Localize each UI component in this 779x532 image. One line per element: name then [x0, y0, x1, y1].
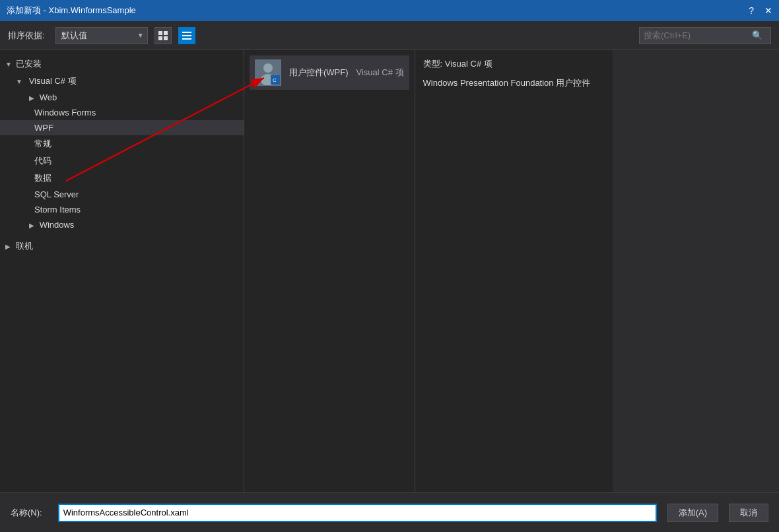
badge-icon: C: [272, 77, 279, 83]
info-description: Windows Presentation Foundation 用户控件: [423, 77, 605, 90]
svg-rect-5: [182, 35, 191, 36]
type-value: Visual C# 项: [445, 59, 492, 69]
svg-rect-3: [164, 36, 168, 40]
web-arrow: ▶: [29, 94, 34, 102]
general-label: 常规: [34, 139, 51, 149]
sidebar: ▼ 已安装 ▼ Visual C# 项 ▶ Web Windows Forms …: [0, 50, 244, 492]
sidebar-item-windows[interactable]: ▶ Windows: [0, 217, 244, 232]
sidebar-item-windowsforms[interactable]: Windows Forms: [0, 105, 244, 120]
grid-view-button[interactable]: [154, 27, 172, 44]
visualcsharp-label: Visual C# 项: [29, 76, 77, 86]
sidebar-section-online[interactable]: ▶ 联机: [0, 238, 244, 255]
sidebar-item-code[interactable]: 代码: [0, 152, 244, 170]
search-icon[interactable]: 🔍: [752, 30, 762, 40]
svg-rect-2: [158, 36, 162, 40]
windows-label: Windows: [40, 220, 75, 230]
search-box: 🔍: [639, 27, 771, 44]
svg-point-8: [263, 63, 273, 73]
main-area: ▼ 已安装 ▼ Visual C# 项 ▶ Web Windows Forms …: [0, 50, 779, 492]
windows-arrow: ▶: [29, 222, 34, 229]
wpf-badge: C: [271, 75, 280, 84]
sidebar-item-web[interactable]: ▶ Web: [0, 90, 244, 105]
svg-rect-1: [164, 31, 168, 35]
info-type-row: 类型: Visual C# 项: [423, 58, 605, 70]
list-icon: [182, 31, 191, 40]
search-input[interactable]: [644, 30, 749, 40]
info-panel: 类型: Visual C# 项 Windows Presentation Fou…: [415, 50, 613, 492]
svg-rect-6: [182, 38, 191, 40]
sidebar-item-general[interactable]: 常规: [0, 135, 244, 152]
windowsforms-label: Windows Forms: [34, 108, 96, 117]
grid-icon: [158, 31, 168, 40]
item-name-wpf: 用户控件(WPF): [289, 67, 349, 79]
sidebar-item-data[interactable]: 数据: [0, 170, 244, 187]
code-label: 代码: [34, 156, 51, 166]
web-label: Web: [40, 92, 57, 102]
installed-arrow: ▼: [5, 61, 13, 68]
item-list-panel: C 用户控件(WPF) Visual C# 项: [244, 50, 415, 492]
item-list: C 用户控件(WPF) Visual C# 项: [250, 55, 409, 90]
wpf-label: WPF: [34, 123, 53, 133]
dialog-title: 添加新项 - Xbim.WinformsSample: [7, 5, 136, 17]
item-icon-wpf: C: [255, 59, 281, 86]
item-wpf-usercontrol[interactable]: C 用户控件(WPF) Visual C# 项: [250, 55, 409, 90]
online-arrow: ▶: [5, 243, 13, 250]
list-view-button[interactable]: [178, 27, 195, 44]
visualcsharp-arrow: ▼: [16, 78, 24, 85]
bottom-bar: 名称(N): 添加(A) 取消: [0, 492, 779, 532]
svg-rect-0: [158, 31, 162, 35]
name-label: 名称(N):: [11, 507, 42, 519]
sidebar-item-stormitems[interactable]: Storm Items: [0, 202, 244, 217]
sort-label: 排序依据:: [8, 30, 45, 42]
svg-text:C: C: [273, 77, 277, 83]
sidebar-section-installed[interactable]: ▼ 已安装: [0, 55, 244, 73]
type-key: 类型:: [423, 59, 445, 69]
help-button[interactable]: ?: [749, 5, 754, 16]
toolbar: 排序依据: 默认值 名称 类型 ▼ 🔍: [0, 21, 779, 50]
sort-select[interactable]: 默认值 名称 类型: [55, 27, 148, 44]
sidebar-item-visualcsharp[interactable]: ▼ Visual C# 项: [0, 73, 244, 90]
add-button[interactable]: 添加(A): [667, 504, 718, 522]
sqlserver-label: SQL Server: [34, 189, 79, 199]
sidebar-item-wpf[interactable]: WPF: [0, 120, 244, 135]
sidebar-item-sqlserver[interactable]: SQL Server: [0, 187, 244, 202]
data-label: 数据: [34, 173, 51, 183]
main-row: ▼ 已安装 ▼ Visual C# 项 ▶ Web Windows Forms …: [0, 50, 613, 492]
content-area: C 用户控件(WPF) Visual C# 项: [244, 50, 613, 492]
stormitems-label: Storm Items: [34, 205, 81, 215]
cancel-button[interactable]: 取消: [729, 504, 768, 522]
online-label: 联机: [16, 240, 33, 252]
title-bar: 添加新项 - Xbim.WinformsSample ? ✕: [0, 0, 779, 21]
title-bar-controls: ? ✕: [749, 5, 772, 16]
sort-select-wrapper: 默认值 名称 类型 ▼: [55, 27, 148, 44]
close-button[interactable]: ✕: [764, 5, 772, 16]
installed-label: 已安装: [16, 58, 42, 70]
item-category-wpf: Visual C# 项: [356, 67, 404, 79]
svg-rect-4: [182, 32, 191, 33]
name-input[interactable]: [58, 504, 657, 522]
